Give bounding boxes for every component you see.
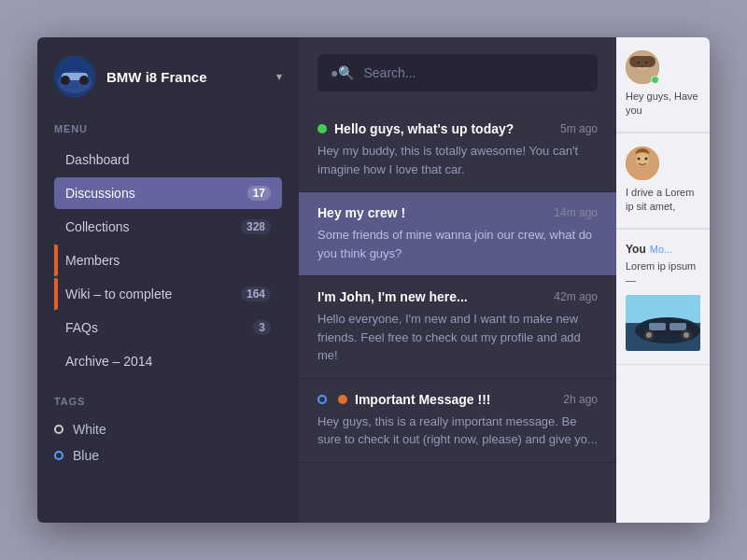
discussion-title-wrap: I'm John, I'm new here... — [317, 289, 468, 304]
rp-item-3[interactable]: You Mo... Lorem ip ipsum — — [616, 230, 710, 366]
tag-item-blue[interactable]: Blue — [54, 442, 282, 469]
discussion-excerpt: Some friends of mine wanna join our crew… — [317, 226, 598, 262]
discussions-list: Hello guys, what's up today? 5m ago Hey … — [299, 108, 616, 523]
discussion-title-wrap: Hey my crew ! — [317, 205, 405, 220]
rp-avatar-2 — [626, 147, 659, 180]
discussion-item[interactable]: Important Message !!! 2h ago Hey guys, t… — [299, 379, 616, 463]
search-bar[interactable]: ●🔍 — [317, 54, 598, 91]
discussion-time: 5m ago — [560, 122, 598, 135]
car-preview-image — [626, 295, 700, 351]
nav-item-label: Members — [65, 253, 120, 268]
discussion-header: Hello guys, what's up today? 5m ago — [317, 121, 598, 136]
discussion-header: I'm John, I'm new here... 42m ago — [317, 289, 598, 304]
orange-indicator — [338, 395, 347, 404]
app-container: BMW i8 France ▾ MENU Dashboard Discussio… — [37, 37, 710, 523]
discussion-title: Important Message !!! — [355, 392, 490, 407]
nav-item-label: Collections — [65, 219, 129, 234]
sidebar-item-members[interactable]: Members — [54, 245, 282, 276]
discussion-item[interactable]: Hello guys, what's up today? 5m ago Hey … — [299, 108, 616, 192]
search-icon: ●🔍 — [331, 65, 354, 80]
blue-ring-indicator — [317, 395, 327, 404]
right-panel: Hey guys, Have you — [616, 37, 710, 523]
dropdown-icon[interactable]: ▾ — [276, 70, 282, 83]
group-avatar-image — [54, 56, 95, 97]
sidebar-item-dashboard[interactable]: Dashboard — [54, 144, 282, 175]
sidebar-item-faqs[interactable]: FAQs 3 — [54, 312, 282, 343]
orange-bar — [54, 245, 58, 276]
tag-item-white[interactable]: White — [54, 416, 282, 442]
discussion-title: Hello guys, what's up today? — [334, 121, 514, 136]
sidebar-item-collections[interactable]: Collections 328 — [54, 211, 282, 243]
nav-item-label: Archive – 2014 — [65, 354, 152, 369]
svg-point-4 — [79, 76, 89, 85]
sidebar-item-wiki[interactable]: Wiki – to complete 164 — [54, 278, 282, 310]
group-name: BMW i8 France — [106, 69, 265, 85]
nav-badge-faqs: 3 — [253, 320, 271, 335]
tag-dot-blue — [54, 451, 63, 460]
discussion-excerpt: Hey guys, this is a really important mes… — [317, 413, 598, 449]
svg-point-24 — [684, 332, 689, 338]
main-content: ●🔍 Hello guys, what's up today? 5m ago H… — [299, 37, 616, 523]
svg-point-22 — [646, 332, 652, 338]
discussion-header: Hey my crew ! 14m ago — [317, 205, 598, 220]
discussion-title: I'm John, I'm new here... — [317, 289, 468, 304]
sidebar-item-discussions[interactable]: Discussions 17 — [54, 177, 282, 209]
group-avatar — [54, 56, 95, 97]
online-indicator — [317, 124, 327, 133]
menu-section: MENU Dashboard Discussions 17 Collection… — [37, 123, 299, 377]
nav-items: Dashboard Discussions 17 Collections 328… — [54, 144, 282, 377]
rp-image-preview — [626, 295, 700, 351]
sidebar-header: BMW i8 France ▾ — [37, 37, 299, 116]
discussion-time: 2h ago — [563, 393, 598, 406]
discussion-item[interactable]: I'm John, I'm new here... 42m ago Hello … — [299, 276, 616, 379]
rp-online-dot — [651, 76, 659, 84]
sidebar: BMW i8 France ▾ MENU Dashboard Discussio… — [37, 37, 299, 523]
rp-avatar-image — [626, 147, 659, 180]
menu-label: MENU — [54, 123, 282, 134]
tags-label: TAGS — [54, 396, 282, 407]
tag-dot-white — [54, 425, 63, 434]
discussion-excerpt: Hey my buddy, this is totally awesome! Y… — [317, 142, 598, 178]
main-header: ●🔍 — [299, 37, 616, 108]
svg-point-3 — [61, 76, 70, 85]
nav-item-label: FAQs — [65, 320, 98, 335]
nav-item-label: Dashboard — [65, 152, 130, 167]
sidebar-item-archive[interactable]: Archive – 2014 — [54, 345, 282, 377]
nav-badge-collections: 328 — [241, 219, 271, 234]
rp-item-1[interactable]: Hey guys, Have you — [616, 37, 710, 133]
rp-item-2[interactable]: I drive a Lorem ip sit amet, — [616, 133, 710, 229]
orange-bar — [54, 278, 58, 310]
svg-point-15 — [645, 157, 648, 160]
rp-you-label: You — [626, 243, 646, 256]
svg-point-14 — [638, 157, 641, 160]
tag-label: Blue — [73, 448, 99, 463]
discussion-title-wrap: Important Message !!! — [317, 392, 490, 407]
search-input[interactable] — [363, 65, 585, 80]
tag-label: White — [73, 422, 106, 437]
nav-item-label: Wiki – to complete — [65, 287, 172, 301]
rp-preview-text-1: Hey guys, Have you — [626, 90, 700, 119]
rp-avatar-1 — [626, 50, 659, 84]
rp-avatar-row — [626, 50, 700, 84]
rp-preview-text-2: I drive a Lorem ip sit amet, — [626, 186, 700, 215]
discussion-title-wrap: Hello guys, what's up today? — [317, 121, 514, 136]
nav-badge-wiki: 164 — [241, 287, 271, 301]
rp-more-link[interactable]: Mo... — [650, 244, 672, 255]
discussion-excerpt: Hello everyone, I'm new and I want to ma… — [317, 310, 598, 365]
discussion-item-highlighted[interactable]: Hey my crew ! 14m ago Some friends of mi… — [299, 192, 616, 276]
tags-section: TAGS White Blue — [37, 396, 299, 469]
rp-preview-text-3: Lorem ip ipsum — — [626, 259, 700, 288]
discussion-time: 14m ago — [554, 206, 598, 219]
discussion-title: Hey my crew ! — [317, 205, 405, 220]
svg-rect-10 — [629, 56, 655, 67]
discussion-time: 42m ago — [554, 290, 598, 303]
nav-item-label: Discussions — [65, 186, 135, 201]
discussion-header: Important Message !!! 2h ago — [317, 392, 598, 407]
svg-rect-20 — [669, 323, 686, 330]
rp-avatar-row — [626, 147, 700, 180]
nav-badge-discussions: 17 — [247, 186, 271, 201]
svg-rect-19 — [649, 323, 666, 330]
